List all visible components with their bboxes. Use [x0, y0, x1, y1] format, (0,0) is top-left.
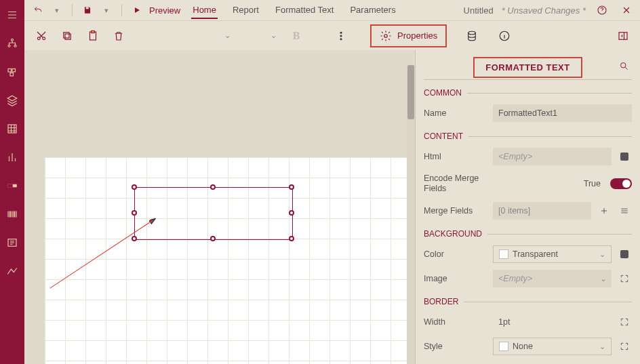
color-field[interactable]: Transparent ⌄ — [493, 245, 612, 263]
font-family-dropdown[interactable]: ⌄ — [167, 27, 235, 45]
resize-handle-w[interactable] — [132, 210, 137, 216]
layers-icon[interactable] — [3, 91, 22, 110]
scrollbar-thumb[interactable] — [407, 65, 414, 119]
report-page[interactable] — [45, 157, 407, 364]
bstyle-expand-icon[interactable] — [617, 339, 632, 354]
undo-icon[interactable] — [30, 2, 46, 18]
resize-handle-sw[interactable] — [132, 236, 137, 241]
color-label: Color — [424, 249, 487, 259]
encode-value: True — [584, 179, 601, 188]
tab-report[interactable]: Report — [231, 2, 260, 19]
bwidth-field[interactable]: 1pt — [493, 313, 612, 331]
section-border: BORDER — [424, 297, 632, 306]
save-chevron-icon[interactable]: ▾ — [98, 2, 115, 18]
merge-add-icon[interactable] — [597, 203, 612, 218]
encode-toggle[interactable] — [610, 178, 632, 189]
bstyle-label: Style — [424, 342, 487, 351]
main-tabs: Home Report Formatted Text Parameters — [191, 2, 397, 19]
line-icon[interactable] — [3, 262, 22, 281]
svg-point-13 — [43, 37, 45, 39]
svg-point-20 — [340, 38, 342, 39]
search-icon[interactable] — [619, 61, 629, 73]
svg-point-1 — [8, 45, 10, 47]
svg-point-0 — [12, 39, 14, 41]
html-field[interactable]: <Empty> — [493, 148, 612, 165]
close-icon[interactable] — [618, 2, 635, 18]
help-icon[interactable] — [594, 2, 610, 18]
image-field[interactable]: <Empty>⌄ — [493, 270, 612, 287]
svg-rect-5 — [10, 73, 14, 77]
left-toolbar — [0, 0, 24, 364]
tab-home[interactable]: Home — [191, 2, 218, 19]
canvas-viewport[interactable] — [24, 65, 407, 364]
unsaved-indicator: * Unsaved Changes * — [502, 5, 586, 16]
bwidth-expand-icon[interactable] — [617, 315, 632, 329]
svg-rect-8 — [7, 184, 13, 188]
group-icon[interactable] — [3, 62, 22, 81]
panel-toggle-icon[interactable] — [613, 26, 633, 46]
font-size-dropdown[interactable]: ⌄ — [240, 27, 281, 45]
html-action-icon[interactable] — [620, 153, 628, 161]
resize-handle-nw[interactable] — [132, 184, 137, 190]
play-icon[interactable] — [129, 2, 145, 18]
resize-handle-e[interactable] — [289, 210, 294, 216]
svg-point-2 — [14, 45, 16, 47]
panel-title: FORMATTED TEXT — [473, 57, 582, 78]
selected-element[interactable] — [134, 187, 293, 240]
tab-parameters[interactable]: Parameters — [348, 2, 397, 19]
formatted-text-icon[interactable] — [3, 233, 22, 252]
color-value: Transparent — [513, 249, 558, 259]
svg-point-22 — [468, 31, 476, 35]
bold-icon[interactable]: B — [286, 26, 306, 46]
save-icon[interactable] — [79, 2, 96, 18]
prop-merge: Merge Fields [0 items] — [424, 201, 632, 221]
menu-icon[interactable] — [3, 5, 22, 24]
cut-icon[interactable] — [31, 26, 52, 46]
more-options-icon[interactable] — [331, 26, 351, 46]
svg-rect-3 — [8, 69, 12, 73]
prop-encode: Encode Merge Fields True — [424, 171, 632, 197]
panel-header: FORMATTED TEXT — [424, 56, 632, 80]
info-icon[interactable] — [494, 26, 515, 46]
grid-icon[interactable] — [3, 119, 22, 138]
svg-point-26 — [621, 63, 626, 68]
undo-chevron-icon[interactable]: ▾ — [49, 2, 65, 18]
svg-point-12 — [37, 37, 40, 39]
color-action-icon[interactable] — [620, 250, 628, 258]
chart-icon[interactable] — [3, 148, 22, 167]
bstyle-field[interactable]: None ⌄ — [493, 338, 612, 355]
svg-rect-24 — [619, 32, 627, 39]
horizontal-ruler — [24, 50, 415, 65]
hierarchy-icon[interactable] — [3, 34, 22, 53]
barcode-icon[interactable] — [3, 205, 22, 224]
prop-html: Html <Empty> — [424, 146, 632, 167]
bwidth-label: Width — [424, 317, 487, 327]
database-icon[interactable] — [462, 26, 482, 46]
vertical-scrollbar[interactable] — [407, 65, 415, 364]
section-background: BACKGROUND — [424, 229, 632, 239]
preview-label[interactable]: Preview — [149, 5, 180, 16]
svg-rect-14 — [65, 34, 71, 39]
resize-handle-ne[interactable] — [289, 184, 294, 190]
formatting-toolbar: ⌄ ⌄ B Properties — [24, 20, 640, 50]
merge-field[interactable]: [0 items] — [493, 202, 591, 220]
delete-icon[interactable] — [108, 26, 129, 46]
image-expand-icon[interactable] — [617, 271, 632, 286]
top-menu-bar: ▾ ▾ Preview Home Report Formatted Text P… — [24, 0, 640, 20]
properties-button[interactable]: Properties — [370, 24, 447, 47]
doc-title: Untitled — [464, 5, 494, 16]
resize-handle-n[interactable] — [210, 184, 216, 190]
section-common: COMMON — [424, 88, 632, 98]
svg-point-21 — [384, 34, 388, 37]
name-field[interactable]: FormattedText1 — [493, 104, 632, 122]
svg-point-19 — [340, 35, 342, 37]
resize-handle-se[interactable] — [289, 236, 294, 241]
resize-handle-s[interactable] — [210, 236, 216, 241]
tab-formatted-text[interactable]: Formatted Text — [274, 2, 335, 19]
copy-icon[interactable] — [57, 26, 77, 46]
paste-icon[interactable] — [83, 26, 103, 46]
style-swatch — [499, 342, 508, 351]
progress-icon[interactable] — [3, 176, 22, 195]
merge-list-icon[interactable] — [617, 203, 632, 218]
name-label: Name — [424, 108, 487, 118]
